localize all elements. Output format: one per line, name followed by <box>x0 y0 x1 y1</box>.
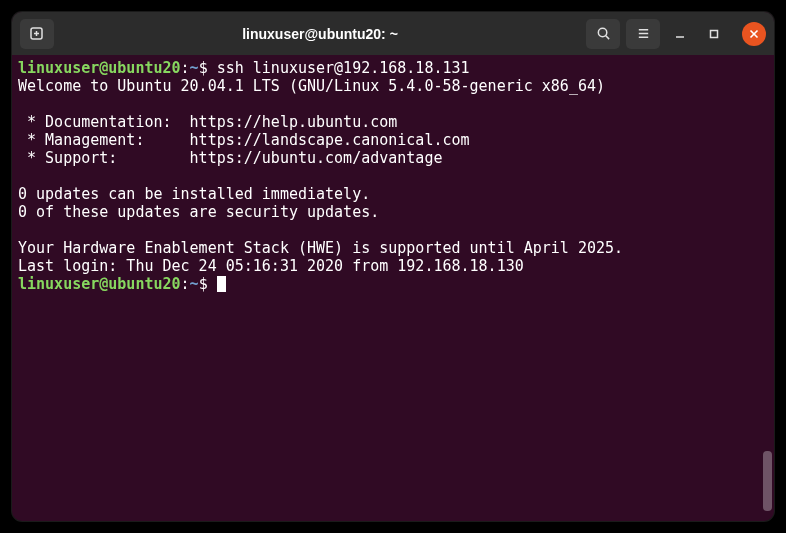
search-icon <box>596 26 611 41</box>
cursor <box>217 276 226 292</box>
hwe-line: Your Hardware Enablement Stack (HWE) is … <box>18 239 623 257</box>
command-text: ssh linuxuser@192.168.18.131 <box>217 59 470 77</box>
search-button[interactable] <box>586 19 620 49</box>
prompt-path: ~ <box>190 59 199 77</box>
hamburger-icon <box>636 26 651 41</box>
prompt-separator: : <box>181 59 190 77</box>
prompt-userhost: linuxuser@ubuntu20 <box>18 59 181 77</box>
close-button[interactable] <box>742 22 766 46</box>
documentation-line: * Documentation: https://help.ubuntu.com <box>18 113 397 131</box>
titlebar-left-controls <box>20 19 54 49</box>
management-line: * Management: https://landscape.canonica… <box>18 131 470 149</box>
support-line: * Support: https://ubuntu.com/advantage <box>18 149 442 167</box>
scrollbar-thumb[interactable] <box>763 451 772 511</box>
welcome-line: Welcome to Ubuntu 20.04.1 LTS (GNU/Linux… <box>18 77 605 95</box>
svg-rect-9 <box>711 30 718 37</box>
last-login-line: Last login: Thu Dec 24 05:16:31 2020 fro… <box>18 257 524 275</box>
close-icon <box>749 29 759 39</box>
svg-point-3 <box>598 28 606 36</box>
terminal-output[interactable]: linuxuser@ubuntu20:~$ ssh linuxuser@192.… <box>12 55 774 521</box>
menu-button[interactable] <box>626 19 660 49</box>
prompt-separator-2: : <box>181 275 190 293</box>
svg-line-4 <box>605 36 608 39</box>
new-tab-button[interactable] <box>20 19 54 49</box>
minimize-icon <box>674 28 686 40</box>
minimize-button[interactable] <box>666 20 694 48</box>
prompt-path-2: ~ <box>190 275 199 293</box>
prompt-symbol: $ <box>199 59 217 77</box>
window-title: linuxuser@ubuntu20: ~ <box>60 26 580 42</box>
prompt-symbol-2: $ <box>199 275 217 293</box>
prompt-userhost-2: linuxuser@ubuntu20 <box>18 275 181 293</box>
new-tab-icon <box>29 26 45 42</box>
updates-line-1: 0 updates can be installed immediately. <box>18 185 370 203</box>
titlebar: linuxuser@ubuntu20: ~ <box>12 12 774 55</box>
maximize-button[interactable] <box>700 20 728 48</box>
updates-line-2: 0 of these updates are security updates. <box>18 203 379 221</box>
maximize-icon <box>708 28 720 40</box>
terminal-window: linuxuser@ubuntu20: ~ <box>12 12 774 521</box>
titlebar-right-controls <box>586 19 766 49</box>
